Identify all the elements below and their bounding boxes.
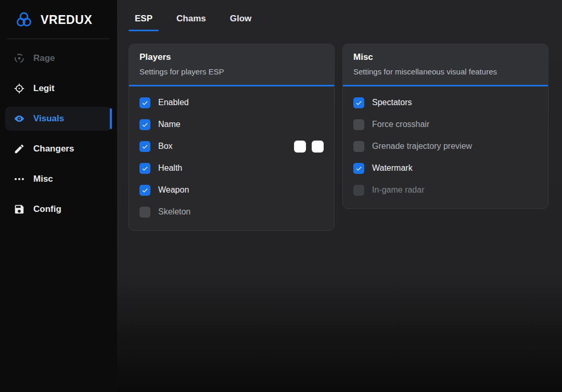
sidebar-item-config[interactable]: Config <box>5 197 112 221</box>
eye-icon <box>14 113 25 124</box>
sidebar-item-legit[interactable]: Legit <box>5 77 112 100</box>
option-label: Enabled <box>158 98 189 107</box>
card-body: EnabledNameBoxHealthWeaponSkeleton <box>129 86 334 230</box>
checkbox-enabled[interactable] <box>139 97 150 108</box>
card-subtitle: Settings for miscellaneous visual featur… <box>353 67 538 76</box>
check-icon <box>355 165 363 172</box>
option-spectators: Spectators <box>353 92 538 113</box>
option-label: In-game radar <box>372 185 425 195</box>
sidebar-item-label: Config <box>33 204 61 214</box>
active-indicator <box>110 108 112 129</box>
checkbox-box[interactable] <box>139 141 150 152</box>
check-icon <box>141 165 149 172</box>
option-label: Watermark <box>372 163 413 173</box>
vredux-logo-icon <box>14 9 34 30</box>
card-title: Misc <box>353 52 538 62</box>
color-swatches <box>294 141 324 153</box>
option-in-game-radar: In-game radar <box>353 179 538 201</box>
option-label: Name <box>158 120 181 129</box>
option-label: Grenade trajectory preview <box>372 142 472 151</box>
sidebar-item-label: Visuals <box>33 113 64 124</box>
checkbox-spectators[interactable] <box>353 97 364 108</box>
color-swatch[interactable] <box>294 141 306 153</box>
option-health: Health <box>139 157 324 179</box>
sidebar-item-label: Rage <box>33 53 55 64</box>
option-skeleton: Skeleton <box>139 201 324 223</box>
rage-icon <box>14 53 25 64</box>
option-label: Health <box>158 163 182 173</box>
option-label: Spectators <box>372 98 412 107</box>
option-box: Box <box>139 135 324 157</box>
sidebar-item-changers[interactable]: Changers <box>5 137 112 161</box>
sidebar-item-label: Changers <box>33 144 74 154</box>
card-body: SpectatorsForce crosshairGrenade traject… <box>343 86 548 208</box>
option-label: Skeleton <box>158 207 190 217</box>
sidebar-item-visuals[interactable]: Visuals <box>5 107 112 131</box>
cards-row: PlayersSettings for players ESPEnabledNa… <box>129 44 551 231</box>
pencil-icon <box>14 143 25 155</box>
checkbox-name[interactable] <box>139 119 150 130</box>
option-force-crosshair: Force crosshair <box>353 113 538 135</box>
tab-esp[interactable]: ESP <box>129 10 159 31</box>
app-title: VREDUX <box>41 13 92 27</box>
check-icon <box>141 99 149 107</box>
check-icon <box>141 121 149 129</box>
checkbox-grenade-trajectory-preview[interactable] <box>353 141 364 152</box>
card-header: PlayersSettings for players ESP <box>129 44 334 86</box>
check-icon <box>141 143 149 150</box>
color-swatch[interactable] <box>312 141 324 153</box>
crosshair-icon <box>14 83 25 94</box>
check-icon <box>141 186 149 194</box>
card-subtitle: Settings for players ESP <box>139 67 324 76</box>
save-icon <box>14 204 25 215</box>
option-grenade-trajectory-preview: Grenade trajectory preview <box>353 135 538 157</box>
checkbox-skeleton[interactable] <box>139 207 150 218</box>
app-window: VREDUX RageLegitVisualsChangersMiscConfi… <box>0 0 562 392</box>
active-tab-underline <box>129 30 159 31</box>
option-label: Box <box>158 142 173 151</box>
tabs-bar: ESPChamsGlow <box>129 0 551 31</box>
option-label: Weapon <box>158 185 189 195</box>
card-title: Players <box>139 52 324 62</box>
sidebar-divider <box>7 39 110 39</box>
sidebar: VREDUX RageLegitVisualsChangersMiscConfi… <box>0 0 117 392</box>
sidebar-item-label: Misc <box>33 174 53 184</box>
tab-chams[interactable]: Chams <box>170 10 212 31</box>
tab-label: Chams <box>176 14 206 23</box>
sidebar-item-label: Legit <box>33 83 55 94</box>
check-icon <box>355 99 363 107</box>
tab-label: Glow <box>230 14 252 23</box>
checkbox-weapon[interactable] <box>139 185 150 196</box>
logo: VREDUX <box>0 0 117 37</box>
tab-glow[interactable]: Glow <box>224 10 258 31</box>
checkbox-in-game-radar[interactable] <box>353 185 364 196</box>
card-header: MiscSettings for miscellaneous visual fe… <box>343 44 548 86</box>
card-players: PlayersSettings for players ESPEnabledNa… <box>129 44 335 231</box>
option-weapon: Weapon <box>139 179 324 201</box>
option-name: Name <box>139 113 324 135</box>
checkbox-watermark[interactable] <box>353 163 364 174</box>
main-content: ESPChamsGlow PlayersSettings for players… <box>117 0 562 392</box>
sidebar-nav: RageLegitVisualsChangersMiscConfig <box>0 46 117 221</box>
option-label: Force crosshair <box>372 120 429 129</box>
checkbox-health[interactable] <box>139 163 150 174</box>
tab-label: ESP <box>135 14 152 23</box>
card-misc: MiscSettings for miscellaneous visual fe… <box>342 44 548 209</box>
sidebar-item-rage[interactable]: Rage <box>5 46 112 70</box>
dots-icon <box>14 173 25 185</box>
sidebar-item-misc[interactable]: Misc <box>5 167 112 191</box>
checkbox-force-crosshair[interactable] <box>353 119 364 130</box>
option-watermark: Watermark <box>353 157 538 179</box>
option-enabled: Enabled <box>139 92 324 113</box>
